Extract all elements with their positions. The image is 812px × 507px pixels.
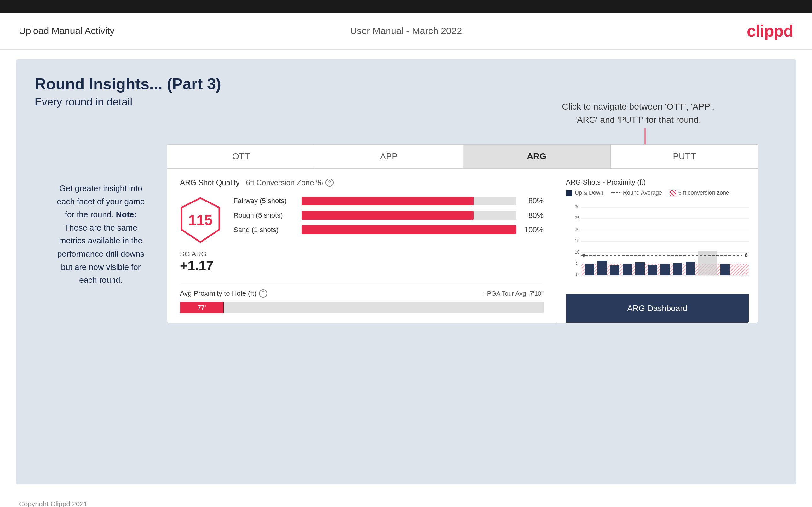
arg-dashboard-button[interactable]: ARG Dashboard	[566, 294, 749, 323]
nav-annotation-text: Click to navigate between 'OTT', 'APP','…	[562, 102, 714, 125]
help-icon[interactable]: ?	[325, 178, 334, 187]
card-body: ARG Shot Quality 6ft Conversion Zone % ?	[167, 169, 758, 323]
svg-text:30: 30	[575, 204, 580, 209]
bar-pct-fairway: 80%	[521, 196, 544, 205]
tab-bar: OTT APP ARG PUTT	[167, 145, 758, 169]
bar-fill-sand	[302, 225, 516, 234]
prox-help-icon[interactable]: ?	[259, 289, 267, 297]
svg-text:5: 5	[576, 261, 578, 266]
prox-bar-track: 77'	[180, 302, 544, 313]
sg-value: +1.17	[180, 258, 544, 273]
tab-putt[interactable]: PUTT	[611, 145, 758, 168]
chart-legend: Up & Down Round Average 6 ft conversion …	[566, 189, 729, 196]
left-description: Get greater insight into each facet of y…	[54, 182, 148, 287]
section-title: Round Insights... (Part 3)	[35, 75, 777, 93]
prox-label: Avg Proximity to Hole (ft) ?	[180, 289, 267, 297]
svg-rect-20	[585, 264, 594, 275]
main-wrapper: Round Insights... (Part 3) Every round i…	[35, 75, 777, 108]
chart-title: ARG Shots - Proximity (ft)	[566, 178, 646, 186]
top-bar	[0, 0, 812, 13]
main-content: Round Insights... (Part 3) Every round i…	[16, 59, 796, 484]
tab-app[interactable]: APP	[315, 145, 463, 168]
svg-text:25: 25	[575, 215, 580, 220]
bar-fill-rough	[302, 211, 473, 220]
panel-header: ARG Shot Quality 6ft Conversion Zone % ?	[180, 178, 544, 187]
bars-section: Fairway (5 shots) 80% Rough (5 shots)	[234, 196, 544, 240]
legend-item-roundavg: Round Average	[611, 189, 662, 196]
legend-roundavg-label: Round Average	[623, 189, 662, 196]
bar-track-fairway	[302, 196, 516, 205]
proximity-section: Avg Proximity to Hole (ft) ? ↑ PGA Tour …	[180, 283, 544, 313]
header: Upload Manual Activity User Manual - Mar…	[0, 13, 812, 50]
svg-rect-24	[635, 262, 645, 275]
tab-arg[interactable]: ARG	[463, 145, 611, 168]
chart-area: 30 25 20 15 10 5 0	[566, 203, 749, 294]
sg-section: SG ARG +1.17	[180, 250, 544, 273]
arg-chart-svg: 30 25 20 15 10 5 0	[566, 203, 755, 284]
panel-subtitle: 6ft Conversion Zone % ?	[246, 178, 334, 187]
footer: Copyright Clippd 2021	[0, 494, 812, 507]
svg-text:20: 20	[575, 227, 580, 232]
svg-rect-22	[610, 266, 619, 275]
svg-rect-21	[597, 261, 607, 275]
bar-pct-rough: 80%	[521, 211, 544, 220]
bar-row-rough: Rough (5 shots) 80%	[234, 211, 544, 220]
legend-item-6ft: 6 ft conversion zone	[670, 189, 729, 196]
bar-label-rough: Rough (5 shots)	[234, 211, 297, 220]
note-label: Note:	[116, 210, 137, 219]
hex-bars-container: 115 Fairway (5 shots) 80%	[180, 196, 544, 244]
legend-6ft-label: 6 ft conversion zone	[678, 189, 729, 196]
clippd-logo: clippd	[747, 21, 793, 40]
prox-header: Avg Proximity to Hole (ft) ? ↑ PGA Tour …	[180, 289, 544, 297]
legend-box-updown	[566, 190, 572, 196]
bar-pct-sand: 100%	[521, 225, 544, 234]
upload-manual-label: Upload Manual Activity	[19, 25, 115, 36]
bar-label-fairway: Fairway (5 shots)	[234, 197, 297, 205]
tab-ott[interactable]: OTT	[167, 145, 315, 168]
sg-label: SG ARG	[180, 250, 544, 258]
svg-rect-25	[648, 265, 657, 275]
bar-track-rough	[302, 211, 516, 220]
dashboard-card: OTT APP ARG PUTT ARG Shot Quali	[167, 144, 758, 323]
prox-bar-fill: 77'	[180, 302, 223, 313]
prox-value: 77'	[198, 304, 206, 312]
svg-text:15: 15	[575, 238, 580, 243]
copyright-label: Copyright Clippd 2021	[19, 500, 88, 507]
header-center-label: User Manual - March 2022	[350, 25, 462, 36]
bar-track-sand	[302, 225, 516, 234]
hex-score-value: 115	[189, 212, 213, 229]
svg-rect-30	[720, 264, 730, 275]
svg-rect-27	[673, 263, 682, 275]
prox-pga-avg: ↑ PGA Tour Avg: 7'10"	[482, 290, 544, 297]
left-panel: ARG Shot Quality 6ft Conversion Zone % ?	[167, 169, 556, 323]
bar-label-sand: Sand (1 shots)	[234, 226, 297, 234]
legend-item-updown: Up & Down	[566, 189, 603, 196]
svg-rect-29	[698, 251, 717, 275]
legend-dashed-line	[611, 192, 620, 193]
svg-marker-32	[582, 253, 586, 257]
svg-rect-28	[686, 262, 695, 275]
svg-text:10: 10	[575, 249, 580, 255]
bar-row-sand: Sand (1 shots) 100%	[234, 225, 544, 234]
svg-text:0: 0	[576, 272, 578, 277]
nav-annotation: Click to navigate between 'OTT', 'APP','…	[562, 100, 714, 127]
legend-updown-label: Up & Down	[575, 189, 603, 196]
legend-hatched-box	[670, 190, 676, 196]
svg-rect-23	[623, 264, 632, 275]
hex-score-container: 115	[180, 196, 221, 244]
prox-cursor	[223, 302, 224, 313]
bar-fill-fairway	[302, 196, 473, 205]
bar-row-fairway: Fairway (5 shots) 80%	[234, 196, 544, 205]
chart-header: ARG Shots - Proximity (ft) Up & Down Rou…	[566, 178, 749, 196]
panel-title: ARG Shot Quality	[180, 178, 240, 187]
right-panel: ARG Shots - Proximity (ft) Up & Down Rou…	[556, 169, 758, 323]
svg-text:8: 8	[745, 252, 748, 258]
svg-rect-26	[660, 264, 670, 275]
